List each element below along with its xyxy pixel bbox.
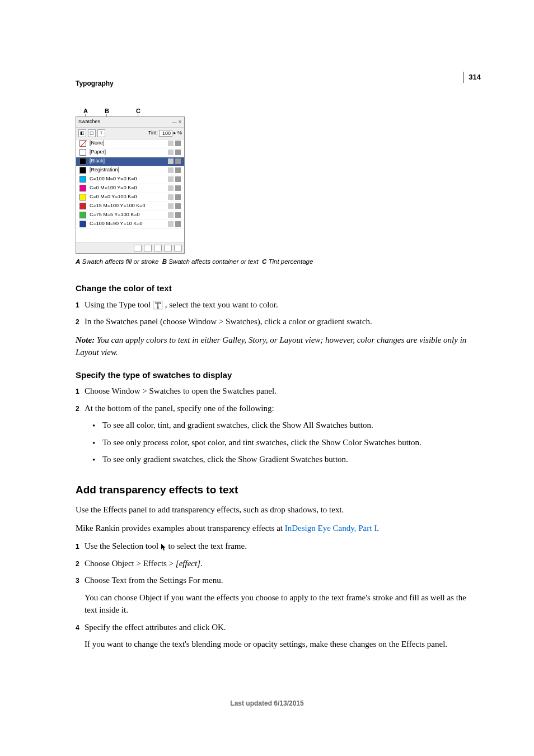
swatch-row[interactable]: C=0 M=0 Y=100 K=0 xyxy=(76,193,184,202)
panel-tab-bar: Swatches — ✕ xyxy=(76,117,184,128)
swatch-row[interactable]: [Registration] xyxy=(76,166,184,175)
swatch-name: [None] xyxy=(90,139,105,147)
swatch-name: C=100 M=90 Y=10 K=0 xyxy=(90,220,142,228)
swatch-color-icon xyxy=(79,140,86,147)
swatch-row[interactable]: C=0 M=100 Y=0 K=0 xyxy=(76,184,184,193)
swatch-row[interactable]: C=100 M=0 Y=0 K=0 xyxy=(76,175,184,184)
swatch-name: C=100 M=0 Y=0 K=0 xyxy=(90,175,137,183)
tint-unit: % xyxy=(177,129,182,137)
panel-close-icon: — ✕ xyxy=(172,119,182,125)
bullet-text: To see only process color, spot color, a… xyxy=(102,436,421,450)
swatch-color-icon xyxy=(79,149,86,156)
paragraph: Use the Effects panel to add transparenc… xyxy=(76,503,481,516)
chapter-heading: Typography xyxy=(76,78,481,88)
swatch-type-icons xyxy=(168,194,181,200)
bullet-text: To see all color, tint, and gradient swa… xyxy=(102,419,373,432)
caption-a-text: Swatch affects fill or stroke xyxy=(82,258,159,265)
swatch-color-icon xyxy=(79,203,86,209)
page-footer: Last updated 6/13/2015 xyxy=(0,698,534,708)
swatch-list: [None][Paper][Black][Registration]C=100 … xyxy=(76,139,184,243)
swatch-color-icon xyxy=(79,158,86,165)
step-text-post: to select the text frame. xyxy=(168,542,247,550)
paragraph-text-pre: Mike Rankin provides examples about tran… xyxy=(76,524,285,533)
tint-label: Tint: xyxy=(148,129,158,137)
swatch-color-icon xyxy=(79,194,86,200)
swatch-row[interactable]: [Paper] xyxy=(76,148,184,157)
step-1: 1 Choose Window > Swatches to open the S… xyxy=(76,385,481,398)
show-all-icon xyxy=(134,245,142,251)
show-color-icon xyxy=(144,245,152,251)
swatch-type-icons xyxy=(168,150,181,155)
step-number: 3 xyxy=(76,574,85,586)
swatch-row[interactable]: [None] xyxy=(76,139,184,148)
step-text: Specify the effect attributes and click … xyxy=(85,621,481,634)
swatch-name: C=15 M=100 Y=100 K=0 xyxy=(90,202,145,210)
caption-c-text: Tint percentage xyxy=(269,258,313,265)
bullet-text: To see only gradient swatches, click the… xyxy=(102,453,348,466)
caption-c-label: C xyxy=(262,258,266,265)
container-icon: ▢ xyxy=(88,129,96,137)
delete-swatch-icon xyxy=(174,245,182,251)
step-1: 1 Using the Type tool , select the text … xyxy=(76,298,481,311)
swatch-name: C=75 M=5 Y=100 K=0 xyxy=(90,211,139,219)
swatch-type-icons xyxy=(168,203,181,209)
bullet-item: To see all color, tint, and gradient swa… xyxy=(92,419,481,432)
swatch-color-icon xyxy=(79,176,86,183)
swatch-type-icons xyxy=(168,158,181,164)
step-number: 1 xyxy=(76,298,85,310)
swatch-name: [Registration] xyxy=(90,166,119,174)
panel-toolbar: ◧ ▢ T Tint: ▸ % xyxy=(76,128,184,139)
swatch-type-icons xyxy=(168,176,181,182)
swatch-type-icons xyxy=(168,185,181,191)
swatch-row[interactable]: C=15 M=100 Y=100 K=0 xyxy=(76,202,184,211)
step-2: 2 At the bottom of the panel, specify on… xyxy=(76,402,481,415)
bullet-item: To see only process color, spot color, a… xyxy=(92,436,481,450)
step-text-pre: Using the Type tool xyxy=(85,300,153,309)
new-swatch-icon xyxy=(164,245,172,251)
caption-b-label: B xyxy=(162,258,167,265)
step-text: In the Swatches panel (choose Window > S… xyxy=(85,315,481,328)
eye-candy-link[interactable]: InDesign Eye Candy, Part I xyxy=(285,524,377,533)
note-body: You can apply colors to text in either G… xyxy=(76,335,466,357)
step-number: 1 xyxy=(76,385,85,396)
step-text: Choose Text from the Settings For menu. xyxy=(85,574,481,587)
swatch-color-icon xyxy=(79,212,86,218)
swatch-type-icons xyxy=(168,212,181,218)
type-tool-icon xyxy=(153,301,163,310)
panel-callout-labels: A B C xyxy=(76,106,481,116)
swatch-row[interactable]: [Black] xyxy=(76,157,184,166)
swatch-type-icons xyxy=(168,167,181,173)
heading-transparency: Add transparency effects to text xyxy=(76,482,481,498)
note: Note: You can apply colors to text in ei… xyxy=(76,334,481,359)
caption-b-text: Swatch affects container or text xyxy=(168,258,258,265)
note-label: Note: xyxy=(76,335,95,344)
step-2: 2 In the Swatches panel (choose Window >… xyxy=(76,315,481,328)
swatch-type-icons xyxy=(168,141,181,146)
paragraph-text-post: . xyxy=(377,524,379,533)
swatch-name: [Black] xyxy=(90,157,105,165)
tint-control: Tint: ▸ % xyxy=(148,129,182,137)
step-text: At the bottom of the panel, specify one … xyxy=(85,402,481,415)
swatch-name: [Paper] xyxy=(90,148,106,156)
step-effect-placeholder: [effect] xyxy=(176,559,200,568)
swatches-panel: Swatches — ✕ ◧ ▢ T Tint: ▸ % [None][Pape… xyxy=(76,116,185,254)
heading-change-color: Change the color of text xyxy=(76,282,481,295)
swatch-row[interactable]: C=100 M=90 Y=10 K=0 xyxy=(76,220,184,229)
tint-arrow-icon: ▸ xyxy=(174,129,176,137)
tint-input[interactable] xyxy=(159,130,172,137)
page-number: 314 xyxy=(463,72,481,83)
step-number: 2 xyxy=(76,402,85,414)
show-gradient-icon xyxy=(154,245,162,251)
figure-caption: A Swatch affects fill or stroke B Swatch… xyxy=(76,257,481,267)
step-subtext: You can choose Object if you want the ef… xyxy=(85,591,481,617)
swatch-name: C=0 M=0 Y=100 K=0 xyxy=(90,193,137,201)
selection-tool-icon xyxy=(161,543,166,551)
heading-specify-swatches: Specify the type of swatches to display xyxy=(76,369,481,382)
step-3: 3 Choose Text from the Settings For menu… xyxy=(76,574,481,617)
step-text-post: , select the text you want to color. xyxy=(165,300,278,309)
swatch-name: C=0 M=100 Y=0 K=0 xyxy=(90,184,137,192)
swatch-row[interactable]: C=75 M=5 Y=100 K=0 xyxy=(76,211,184,220)
step-text-pre: Choose Object > Effects > xyxy=(85,559,176,568)
step-1: 1 Use the Selection tool to select the t… xyxy=(76,540,481,553)
step-subtext: If you want to change the text's blendin… xyxy=(85,638,481,651)
